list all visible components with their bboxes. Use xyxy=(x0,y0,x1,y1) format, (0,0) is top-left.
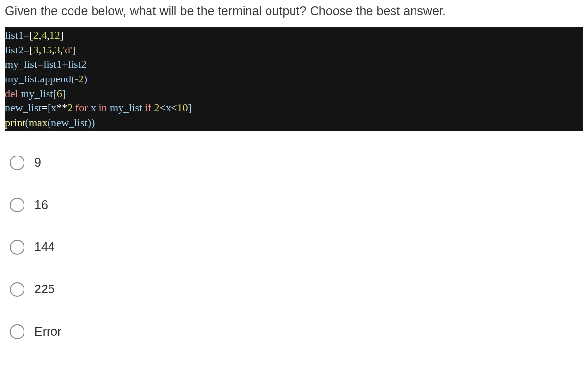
option-label: 144 xyxy=(34,240,55,254)
question-container: Given the code below, what will be the t… xyxy=(0,0,588,371)
radio-icon xyxy=(10,198,24,212)
option-225[interactable]: 225 xyxy=(10,282,583,297)
code-line-2: list2=[3,15,3,'d'] xyxy=(5,43,583,57)
code-block: list1=[2,4,12]list2=[3,15,3,'d']my_list=… xyxy=(5,27,583,131)
option-16[interactable]: 16 xyxy=(10,198,583,212)
options-group: 9 16 144 225 Error xyxy=(5,156,583,339)
option-error[interactable]: Error xyxy=(10,324,583,339)
option-144[interactable]: 144 xyxy=(10,240,583,255)
code-line-3: my_list=list1+list2 xyxy=(5,57,583,72)
code-line-4: my_list.append(-2) xyxy=(5,72,583,86)
option-label: 9 xyxy=(34,156,41,170)
option-9[interactable]: 9 xyxy=(10,156,583,170)
option-label: 225 xyxy=(34,282,55,296)
question-text: Given the code below, what will be the t… xyxy=(5,4,583,18)
code-line-7: print(max(new_list)) xyxy=(5,115,583,130)
radio-icon xyxy=(10,156,24,170)
option-label: 16 xyxy=(34,198,48,212)
radio-icon xyxy=(10,240,24,255)
radio-icon xyxy=(10,324,24,339)
radio-icon xyxy=(10,282,24,297)
code-line-1: list1=[2,4,12] xyxy=(5,28,583,43)
code-line-5: del my_list[6] xyxy=(5,86,583,101)
option-label: Error xyxy=(34,324,62,339)
code-line-6: new_list=[x**2 for x in my_list if 2<x<1… xyxy=(5,101,583,115)
